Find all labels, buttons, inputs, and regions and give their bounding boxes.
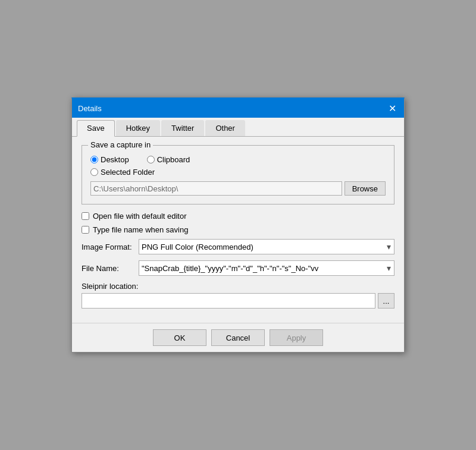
details-dialog: Details ✕ Save Hotkey Twitter Other Save… xyxy=(71,97,405,353)
checkbox-editor-label[interactable]: Open file with default editor xyxy=(93,212,187,221)
checkbox-editor-row: Open file with default editor xyxy=(82,212,394,221)
apply-button[interactable]: Apply xyxy=(270,329,323,346)
radio-clipboard-text: Clipboard xyxy=(157,155,190,164)
file-name-row: File Name: "SnapCrab_{title}_"yyyy"-"m"-… xyxy=(82,260,394,276)
close-button[interactable]: ✕ xyxy=(386,102,398,114)
tab-hotkey[interactable]: Hotkey xyxy=(116,120,160,136)
radio-row-top: Desktop Clipboard xyxy=(90,155,386,164)
tab-twitter[interactable]: Twitter xyxy=(161,120,204,136)
checkbox-filename-label[interactable]: Type file name when saving xyxy=(93,225,188,234)
radio-desktop-text: Desktop xyxy=(101,155,129,164)
group-legend: Save a capture in xyxy=(88,140,153,149)
radio-clipboard[interactable] xyxy=(147,156,155,163)
ok-button[interactable]: OK xyxy=(153,329,206,346)
tab-content: Save a capture in Desktop Clipboard Sele… xyxy=(72,137,404,323)
checkbox-filename-row: Type file name when saving xyxy=(82,225,394,234)
file-name-label: File Name: xyxy=(82,264,135,273)
radio-selected-folder[interactable] xyxy=(90,168,98,176)
tab-save[interactable]: Save xyxy=(77,120,115,137)
browse-button[interactable]: Browse xyxy=(345,181,386,196)
image-format-label: Image Format: xyxy=(82,243,135,251)
radio-clipboard-label[interactable]: Clipboard xyxy=(147,155,190,164)
dialog-footer: OK Cancel Apply xyxy=(72,323,404,352)
image-format-row: Image Format: PNG Full Color (Recommende… xyxy=(82,239,394,254)
sleipnir-input[interactable] xyxy=(82,293,375,309)
sleipnir-section: Sleipnir location: ... xyxy=(82,282,394,309)
image-format-select-wrapper: PNG Full Color (Recommended) xyxy=(139,239,394,254)
file-name-select[interactable]: "SnapCrab_{title}_"yyyy"-"m"-"d"_"h"-"n"… xyxy=(139,260,394,276)
sleipnir-browse-button[interactable]: ... xyxy=(378,293,394,309)
sleipnir-row: ... xyxy=(82,293,394,309)
image-format-select[interactable]: PNG Full Color (Recommended) xyxy=(139,239,394,254)
radio-row-bottom: Selected Folder xyxy=(90,168,386,177)
file-name-select-wrapper: "SnapCrab_{title}_"yyyy"-"m"-"d"_"h"-"n"… xyxy=(139,260,394,276)
path-input[interactable] xyxy=(90,181,342,196)
sleipnir-label: Sleipnir location: xyxy=(82,282,394,291)
checkbox-editor[interactable] xyxy=(82,212,89,220)
save-capture-group: Save a capture in Desktop Clipboard Sele… xyxy=(82,145,394,204)
title-bar: Details ✕ xyxy=(72,99,404,118)
cancel-button[interactable]: Cancel xyxy=(211,329,265,346)
tab-bar: Save Hotkey Twitter Other xyxy=(72,118,404,137)
radio-folder-label[interactable]: Selected Folder xyxy=(90,168,155,177)
tab-other[interactable]: Other xyxy=(205,120,245,136)
radio-desktop[interactable] xyxy=(90,156,98,163)
radio-desktop-label[interactable]: Desktop xyxy=(90,155,129,164)
radio-folder-text: Selected Folder xyxy=(101,168,155,177)
checkbox-filename[interactable] xyxy=(82,226,89,234)
path-row: Browse xyxy=(90,181,386,196)
dialog-title: Details xyxy=(78,104,102,113)
